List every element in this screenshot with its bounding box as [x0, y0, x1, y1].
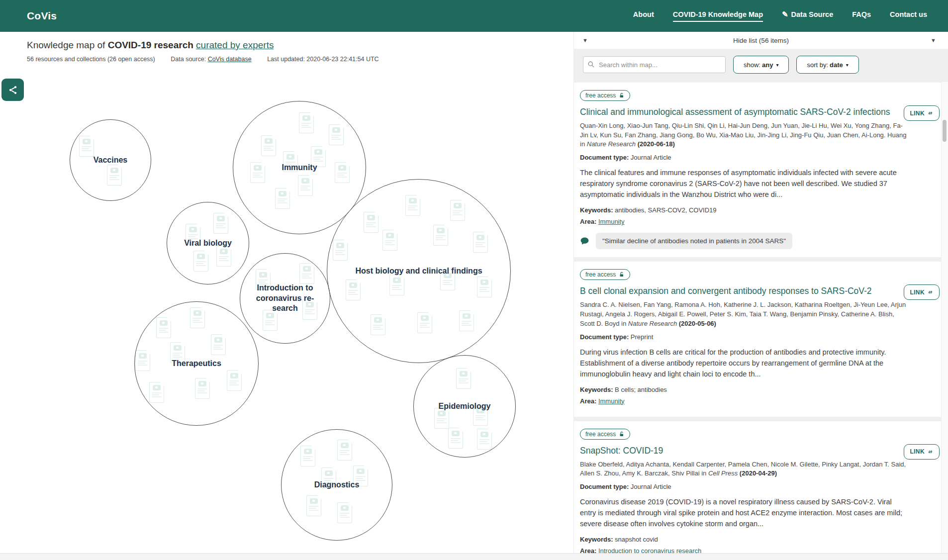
article-keywords: Keywords: snapshot covid	[580, 536, 911, 543]
bubble-label: Viral biology	[184, 238, 232, 249]
article-authors: Sandra C. A. Nielsen, Fan Yang, Ramona A…	[580, 300, 909, 329]
search-box	[583, 56, 726, 73]
results-panel: ▼ Hide list (56 items) ▼ show: any ▾ sor…	[573, 32, 948, 560]
map-bubble-viral-biology[interactable]: Viral biology	[167, 202, 249, 284]
document-type: Document type: Preprint	[580, 333, 911, 341]
covis-database-link[interactable]: CoVis database	[208, 56, 252, 63]
map-header: Knowledge map of COVID-19 research curat…	[0, 32, 573, 63]
publish-date: (2020-06-18)	[638, 140, 675, 148]
filter-bar: show: any ▾ sort by: date ▾	[574, 49, 948, 83]
link-button[interactable]: LINK	[904, 284, 940, 300]
nav-item-label: FAQs	[852, 10, 871, 18]
search-input[interactable]	[583, 56, 726, 73]
article-authors: Quan-Xin Long, Xiao-Jun Tang, Qiu-Lin Sh…	[580, 121, 909, 150]
list-toggle-bar: ▼ Hide list (56 items) ▼	[574, 32, 948, 49]
knowledge-map: Knowledge map of COVID-19 research curat…	[0, 32, 573, 560]
article-area: Area: Immunity	[580, 397, 911, 405]
document-type: Document type: Journal Article	[580, 154, 911, 161]
article-card: free access LINK SnapShot: COVID-19 Blak…	[574, 421, 948, 560]
chevron-down-icon: ▾	[776, 62, 778, 68]
unlock-icon	[619, 272, 625, 278]
resource-count: 56 resources and collections (26 open ac…	[27, 56, 155, 63]
article-authors: Blake Oberfeld, Aditya Achanta, Kendall …	[580, 460, 909, 479]
pencil-icon: ✎	[782, 10, 788, 19]
article-card: free access LINK Clinical and immunologi…	[574, 83, 948, 257]
chain-link-icon	[927, 449, 934, 455]
share-icon	[8, 85, 18, 95]
panel-scrollbar[interactable]	[941, 82, 948, 554]
nav-item-about[interactable]: ✎ About	[633, 10, 654, 22]
bubble-label: Diagnostics	[314, 480, 360, 490]
article-card: free access LINK B cell clonal expansion…	[574, 262, 948, 416]
collapse-left-icon[interactable]: ▼	[582, 37, 588, 43]
chain-link-icon	[927, 110, 934, 116]
brand-logo: CoVis	[27, 10, 57, 22]
link-button[interactable]: LINK	[904, 444, 940, 460]
map-bubble-therapeutics[interactable]: Therapeutics	[134, 301, 259, 426]
chevron-down-icon: ▾	[846, 62, 849, 68]
free-access-badge: free access	[580, 90, 630, 101]
map-bubble-introduction-to[interactable]: Introduction to coronavirus re- search	[240, 253, 330, 344]
article-title[interactable]: Clinical and immunological assessment of…	[580, 106, 902, 118]
area-link[interactable]: Immunity	[598, 218, 625, 225]
bubble-label: Vaccines	[94, 155, 128, 166]
sort-by-dropdown[interactable]: sort by: date ▾	[796, 56, 858, 74]
article-abstract: The clinical features and immune respons…	[580, 167, 906, 200]
show-filter-dropdown[interactable]: show: any ▾	[733, 56, 789, 74]
bubble-label: Host biology and clinical findings	[355, 266, 482, 277]
nav-item-data-source[interactable]: ✎ Data Source	[782, 10, 833, 22]
article-abstract: Coronavirus disease 2019 (COVID-19) is a…	[580, 496, 906, 529]
journal-name: Cell Press	[708, 469, 738, 477]
app-header: CoVis ✎ About ✎ COVID-19 Knowledge Map ✎…	[0, 0, 948, 32]
journal-name: Nature Research	[628, 320, 677, 327]
nav-item-label: Contact us	[890, 10, 927, 18]
journal-name: Nature Research	[587, 140, 636, 148]
article-area: Area: Immunity	[580, 218, 911, 225]
unlock-icon	[619, 431, 625, 437]
page-title: Knowledge map of COVID-19 research curat…	[27, 40, 573, 51]
bubble-label: Immunity	[282, 163, 317, 173]
publish-date: (2020-04-29)	[740, 469, 777, 477]
curator-comment: "Similar decline of antibodies noted in …	[580, 233, 911, 249]
map-bubble-host-biology-and-clinical-findings[interactable]: Host biology and clinical findings	[327, 179, 511, 363]
nav-item-label: COVID-19 Knowledge Map	[673, 10, 763, 18]
article-keywords: Keywords: B cells; antibodies	[580, 386, 911, 393]
data-source-text: Data source: CoVis database	[171, 56, 251, 63]
nav-item-covid-19-knowledge-map[interactable]: ✎ COVID-19 Knowledge Map	[673, 10, 763, 22]
article-keywords: Keywords: antibodies, SARS-COV2, COVID19	[580, 206, 911, 214]
publish-date: (2020-05-06)	[679, 320, 716, 327]
bubble-label: Introduction to coronavirus re- search	[256, 283, 314, 314]
nav-item-faqs[interactable]: ✎ FAQs	[852, 10, 871, 22]
horizontal-scrollbar-strip	[0, 553, 948, 560]
free-access-badge: free access	[580, 429, 630, 440]
comment-bubble-icon	[580, 236, 589, 246]
curated-by-experts-link[interactable]: curated by experts	[196, 40, 274, 50]
share-button[interactable]	[1, 79, 24, 101]
article-title[interactable]: SnapShot: COVID-19	[580, 445, 902, 457]
article-abstract: During virus infection B cells are criti…	[580, 347, 906, 379]
comment-text: "Similar decline of antibodies noted in …	[596, 233, 792, 249]
free-access-badge: free access	[580, 269, 630, 280]
nav-item-label: About	[633, 10, 654, 18]
scrollbar-thumb[interactable]	[943, 120, 947, 142]
map-bubble-vaccines[interactable]: Vaccines	[70, 119, 151, 201]
unlock-icon	[619, 93, 625, 98]
article-list: free access LINK Clinical and immunologi…	[574, 83, 948, 560]
last-updated: Last updated: 2020-06-23 22:41:54 UTC	[267, 56, 379, 63]
bubble-label: Epidemiology	[439, 401, 491, 412]
map-bubble-epidemiology[interactable]: Epidemiology	[413, 355, 516, 458]
area-link[interactable]: Immunity	[598, 397, 625, 405]
hide-list-toggle[interactable]: Hide list (56 items)	[733, 37, 789, 44]
nav-item-label: Data Source	[791, 10, 834, 18]
map-bubble-diagnostics[interactable]: Diagnostics	[281, 429, 392, 541]
search-icon	[587, 61, 595, 68]
bubble-label: Therapeutics	[172, 359, 221, 369]
main-nav: ✎ About ✎ COVID-19 Knowledge Map ✎ Data …	[633, 10, 927, 22]
collapse-right-icon[interactable]: ▼	[931, 37, 936, 43]
article-title[interactable]: B cell clonal expansion and convergent a…	[580, 285, 902, 297]
document-type: Document type: Journal Article	[580, 483, 911, 490]
chain-link-icon	[927, 289, 934, 295]
nav-item-contact-us[interactable]: ✎ Contact us	[890, 10, 927, 22]
map-subtitle: 56 resources and collections (26 open ac…	[27, 56, 573, 63]
link-button[interactable]: LINK	[904, 105, 940, 121]
